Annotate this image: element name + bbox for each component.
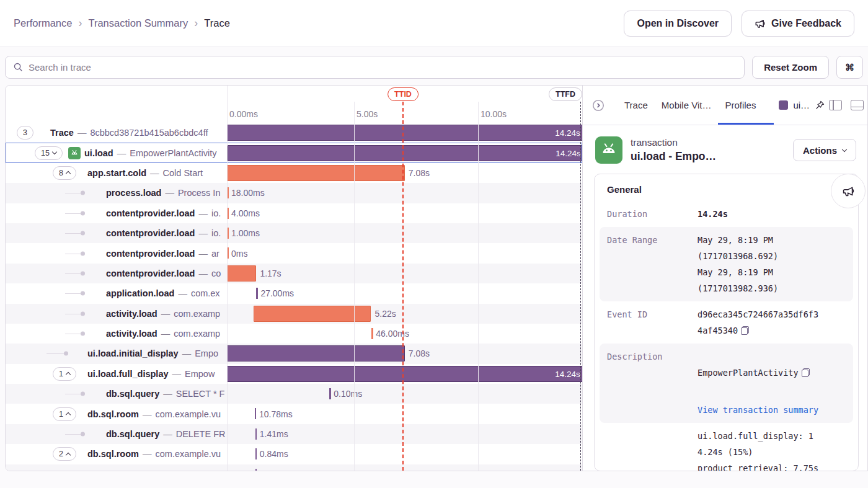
span-bar-cell[interactable]: 1.00ms — [227, 223, 582, 243]
trace-tree-row[interactable]: ui.load.initial_display—Empo7.08s — [6, 344, 582, 363]
span-tick[interactable] — [256, 288, 258, 299]
command-shortcut-button[interactable]: ⌘ — [836, 56, 863, 79]
tree-timeline-divider[interactable] — [227, 86, 228, 471]
breadcrumb-performance[interactable]: Performance — [14, 17, 72, 29]
trace-tree-row[interactable]: contentprovider.load—io.4.00ms — [6, 203, 582, 223]
span-name-cell[interactable]: contentprovider.load—ar — [6, 243, 227, 263]
span-bar[interactable]: 14.24s — [228, 145, 582, 161]
span-bar-cell[interactable]: 46.00ms — [227, 324, 582, 344]
breadcrumb-transaction-summary[interactable]: Transaction Summary — [88, 17, 188, 29]
span-name-cell[interactable]: 8app.start.cold—Cold Start — [6, 163, 227, 183]
span-tick[interactable] — [255, 448, 257, 459]
span-name-cell[interactable]: process.load—Process In — [6, 183, 227, 203]
feedback-fab-button[interactable] — [831, 174, 866, 208]
span-bar-cell[interactable]: 7.08s — [227, 163, 582, 183]
pin-icon[interactable] — [815, 100, 825, 110]
span-name-cell[interactable]: 3Trace—8cbbcd38721b415ab6cbdc4ff — [6, 123, 227, 143]
span-bar[interactable] — [227, 345, 405, 362]
view-transaction-summary-link[interactable]: View transaction summary — [698, 405, 818, 415]
span-tick[interactable] — [255, 469, 257, 471]
copy-icon[interactable] — [802, 368, 810, 377]
span-name-cell[interactable]: ui.load.initial_display—Empo — [6, 344, 227, 363]
span-bar-cell[interactable]: 0.10ms — [227, 384, 582, 404]
span-name-cell[interactable]: 15ui.load—EmpowerPlantActivity — [6, 143, 228, 162]
trace-tree-row[interactable]: contentprovider.load—io.1.00ms — [6, 223, 582, 243]
span-bar-cell[interactable]: 1.17s — [227, 264, 582, 283]
span-children-pill[interactable]: 3 — [17, 126, 33, 140]
copy-icon[interactable] — [741, 326, 749, 335]
collapse-drawer-icon[interactable] — [591, 99, 605, 112]
span-tick[interactable] — [371, 328, 373, 339]
span-bar-cell[interactable]: 0.84ms — [227, 444, 582, 464]
span-name-cell[interactable]: contentprovider.load—io. — [6, 223, 227, 243]
search-input[interactable] — [29, 62, 737, 73]
span-bar-cell[interactable]: 0.78ms — [227, 464, 582, 471]
tab-ui-load-active[interactable]: ui… — [779, 100, 825, 110]
span-bar-cell[interactable]: 4.00ms — [227, 203, 582, 223]
span-bar[interactable]: 14.24s — [227, 366, 582, 382]
span-children-pill[interactable]: 8 — [53, 166, 76, 180]
span-name-cell[interactable]: db.sql.query—DELETE FR — [6, 424, 227, 444]
trace-tree-row[interactable]: 1ui.load.full_display—Empow14.24s — [6, 364, 582, 384]
trace-tree-row[interactable]: process.load—Process In18.00ms — [6, 183, 582, 203]
span-bar-cell[interactable]: 10.78ms — [227, 404, 582, 424]
span-bar-cell[interactable]: 27.00ms — [227, 283, 582, 303]
span-name-cell[interactable]: db.sql.query—INSERT OR — [6, 464, 227, 471]
span-name-cell[interactable]: 1ui.load.full_display—Empow — [6, 364, 227, 384]
span-bar[interactable] — [227, 165, 405, 181]
span-bar-cell[interactable]: 18.00ms — [227, 183, 582, 203]
span-name-cell[interactable]: application.load—com.ex — [6, 283, 227, 303]
trace-tree-row[interactable]: db.sql.query—SELECT * F0.10ms — [6, 384, 582, 404]
span-children-pill[interactable]: 1 — [53, 407, 76, 421]
megaphone-icon — [755, 18, 766, 29]
trace-tree-row[interactable]: contentprovider.load—co1.17s — [6, 264, 582, 283]
trace-tree-row[interactable]: 2db.sql.room—com.example.vu0.84ms — [6, 444, 582, 464]
span-tick[interactable] — [255, 408, 257, 419]
search-in-trace-box[interactable] — [5, 56, 745, 79]
tab-profiles[interactable]: Profiles — [725, 100, 756, 110]
span-children-pill[interactable]: 15 — [35, 146, 63, 160]
trace-tree-row[interactable]: application.load—com.ex27.00ms — [6, 283, 582, 303]
span-name-cell[interactable]: activity.load—com.examp — [6, 324, 227, 344]
trace-tree-row[interactable]: 15ui.load—EmpowerPlantActivity14.24s — [6, 143, 582, 162]
span-name-cell[interactable]: activity.load—com.examp — [6, 304, 227, 324]
layout-bottom-icon[interactable] — [851, 100, 864, 110]
tree-connector — [65, 394, 81, 394]
tab-mobile-vitals[interactable]: Mobile Vit… — [662, 100, 712, 110]
span-tick[interactable] — [255, 428, 257, 440]
span-bar-cell[interactable]: 1.41ms — [227, 424, 582, 444]
span-bar-cell[interactable]: 5.22s — [227, 304, 582, 324]
trace-tree-row[interactable]: 8app.start.cold—Cold Start7.08s — [6, 163, 582, 183]
open-in-discover-button[interactable]: Open in Discover — [624, 11, 732, 37]
trace-tree-row[interactable]: 1db.sql.room—com.example.vu10.78ms — [6, 404, 582, 424]
span-bar[interactable] — [254, 306, 371, 322]
span-name-cell[interactable]: contentprovider.load—co — [6, 264, 227, 283]
span-name-cell[interactable]: 2db.sql.room—com.example.vu — [6, 444, 227, 464]
span-bar-cell[interactable]: 14.24s — [227, 123, 582, 143]
trace-tree-row[interactable]: contentprovider.load—ar0ms — [6, 243, 582, 263]
layout-left-icon[interactable] — [829, 100, 842, 110]
ttid-badge[interactable]: TTID — [388, 87, 418, 101]
span-bar-cell[interactable]: 14.24s — [227, 364, 582, 384]
trace-tree-row[interactable]: db.sql.query—INSERT OR0.78ms — [6, 464, 582, 471]
span-children-pill[interactable]: 1 — [53, 367, 76, 381]
trace-tree-row[interactable]: db.sql.query—DELETE FR1.41ms — [6, 424, 582, 444]
span-name-cell[interactable]: db.sql.query—SELECT * F — [6, 384, 227, 404]
span-bar[interactable]: 14.24s — [227, 125, 582, 141]
span-bar[interactable] — [227, 265, 256, 282]
trace-tree-row[interactable]: 3Trace—8cbbcd38721b415ab6cbdc4ff14.24s — [6, 123, 582, 143]
actions-button[interactable]: Actions — [793, 139, 856, 161]
span-name-cell[interactable]: contentprovider.load—io. — [6, 203, 227, 223]
span-bar-cell[interactable]: 14.24s — [228, 143, 582, 162]
trace-tree-row[interactable]: activity.load—com.examp46.00ms — [6, 324, 582, 344]
reset-zoom-button[interactable]: Reset Zoom — [752, 56, 829, 79]
span-tick[interactable] — [329, 388, 331, 399]
span-bar-cell[interactable]: 0ms — [227, 243, 582, 263]
ttfd-badge[interactable]: TTFD — [549, 87, 582, 101]
span-children-pill[interactable]: 2 — [53, 447, 76, 461]
span-bar-cell[interactable]: 7.08s — [227, 344, 582, 363]
tab-trace[interactable]: Trace — [624, 100, 648, 110]
trace-tree-row[interactable]: activity.load—com.examp5.22s — [6, 304, 582, 324]
give-feedback-button[interactable]: Give Feedback — [742, 11, 854, 37]
span-name-cell[interactable]: 1db.sql.room—com.example.vu — [6, 404, 227, 424]
